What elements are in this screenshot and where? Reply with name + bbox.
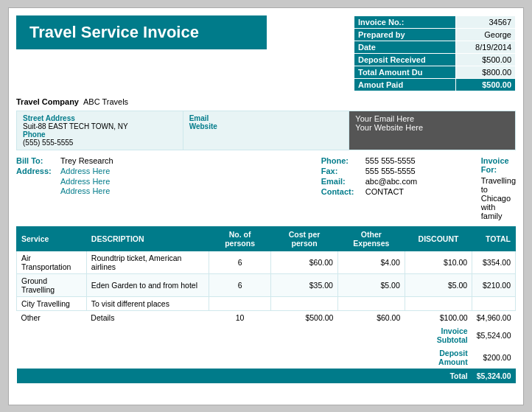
- company-label: Travel Company: [16, 97, 79, 106]
- total-due-label: Total Amount Du: [354, 66, 456, 78]
- invoice-for-value: Travelling to Chicago with family: [481, 176, 516, 220]
- phone-label: Phone: [23, 130, 177, 139]
- page-title: Travel Service Invoice: [29, 23, 253, 42]
- company-name: ABC Travels: [83, 97, 128, 106]
- invoice-info-table: Invoice No.: 34567 Prepared by George Da…: [354, 15, 516, 91]
- amount-paid-label: Amout Paid: [354, 78, 456, 91]
- address-line-2-row: Address Here: [16, 177, 321, 186]
- total-due-value: $800.00: [456, 66, 516, 78]
- address-line-2: Address Here: [60, 177, 110, 186]
- invoice-for-label: Invoice For:: [481, 156, 516, 174]
- col-description: DESCRIPTION: [86, 226, 209, 251]
- title-box: Travel Service Invoice: [16, 15, 267, 49]
- phone-value: (555) 555-5555: [23, 139, 177, 147]
- contact-row: Contact: CONTACT: [321, 187, 466, 196]
- col-persons: No. of persons: [209, 226, 270, 251]
- bill-section: Bill To: Trey Research Address: Address …: [16, 156, 516, 220]
- address-label: Address:: [16, 167, 60, 175]
- address-line-3-row: Address Here: [16, 186, 321, 195]
- bill-to-value: Trey Research: [60, 156, 113, 165]
- fax-val: 555 555-5555: [365, 167, 416, 175]
- total-label: Total: [405, 369, 472, 383]
- company-row: Travel Company ABC Travels: [16, 97, 516, 106]
- deposit-label: Deposit Received: [354, 53, 456, 66]
- date-label: Date: [354, 41, 456, 53]
- invoice-no-label: Invoice No.:: [354, 15, 456, 28]
- table-row: Ground Travelling Eden Garden to and fro…: [17, 273, 516, 296]
- bill-left: Bill To: Trey Research Address: Address …: [16, 156, 321, 220]
- email-label: Email: [189, 114, 343, 122]
- details-label: Details: [86, 310, 209, 324]
- street-cell: Street Address Suit-88 EAST TECH TOWN, N…: [17, 111, 183, 150]
- bill-to-row: Bill To: Trey Research: [16, 156, 321, 165]
- deposit-row: Deposit Amount $200.00: [17, 346, 516, 369]
- table-row: Air Transportation Roundtrip ticket, Ame…: [17, 251, 516, 273]
- prepared-by-label: Prepared by: [354, 28, 456, 41]
- email-key: Email:: [321, 177, 365, 186]
- phone-fax-section: Phone: 555 555-5555 Fax: 555 555-5555 Em…: [321, 156, 466, 220]
- address-bar: Street Address Suit-88 EAST TECH TOWN, N…: [16, 111, 516, 150]
- website-label: Website: [189, 122, 343, 130]
- contact-key: Contact:: [321, 187, 365, 196]
- address-line-3: Address Here: [60, 186, 110, 195]
- street-label: Street Address: [23, 114, 177, 122]
- address-line-1: Address Here: [60, 167, 110, 175]
- date-value: 8/19/2014: [456, 41, 516, 53]
- total-value: $5,324.00: [472, 369, 516, 383]
- phone-row: Phone: 555 555-5555: [321, 156, 466, 165]
- contact-dark-cell: Your Email Here Your Website Here: [349, 111, 515, 150]
- website-value: Your Website Here: [355, 123, 509, 132]
- col-other: Other Expenses: [337, 226, 405, 251]
- other-persons: 10: [209, 310, 270, 324]
- amount-paid-value: $500.00: [456, 78, 516, 91]
- contact-val: CONTACT: [365, 187, 404, 196]
- address-row: Address: Address Here: [16, 167, 321, 175]
- email-row: Email: abc@abc.com: [321, 177, 466, 186]
- deposit-amount-value: $200.00: [472, 346, 516, 369]
- other-discount: $100.00: [405, 310, 472, 324]
- other-total: $4,960.00: [472, 310, 516, 324]
- other-expenses: $60.00: [337, 310, 405, 324]
- other-label: Other: [17, 310, 87, 324]
- bill-to-label: Bill To:: [16, 156, 60, 165]
- fax-key: Fax:: [321, 167, 365, 175]
- col-total: TOTAL: [472, 226, 516, 251]
- other-row: Other Details 10 $500.00 $60.00 $100.00 …: [17, 310, 516, 324]
- col-discount: DISCOUNT: [405, 226, 472, 251]
- col-cost: Cost per person: [271, 226, 338, 251]
- phone-val: 555 555-5555: [365, 156, 416, 165]
- invoice-no-value: 34567: [456, 15, 516, 28]
- email-cell: Email Website: [183, 111, 350, 150]
- header: Travel Service Invoice Invoice No.: 3456…: [16, 15, 516, 91]
- invoice-for-section: Invoice For: Travelling to Chicago with …: [466, 156, 516, 220]
- deposit-amount-label: Deposit Amount: [405, 346, 472, 369]
- col-service: Service: [17, 226, 87, 251]
- subtotal-label: Invoice Subtotal: [405, 324, 472, 346]
- services-table: Service DESCRIPTION No. of persons Cost …: [16, 226, 516, 383]
- total-row: Total $5,324.00: [17, 369, 516, 383]
- subtotal-value: $5,524.00: [472, 324, 516, 346]
- subtotal-row: Invoice Subtotal $5,524.00: [17, 324, 516, 346]
- email-value: Your Email Here: [355, 114, 509, 123]
- deposit-value: $500.00: [456, 53, 516, 66]
- street-value: Suit-88 EAST TECH TOWN, NY: [23, 122, 177, 130]
- invoice-page: Travel Service Invoice Invoice No.: 3456…: [8, 7, 524, 405]
- phone-key: Phone:: [321, 156, 365, 165]
- table-row: City Travelling To visit different place…: [17, 296, 516, 310]
- prepared-by-value: George: [456, 28, 516, 41]
- email-val: abc@abc.com: [365, 177, 417, 186]
- fax-row: Fax: 555 555-5555: [321, 167, 466, 175]
- other-cost: $500.00: [271, 310, 338, 324]
